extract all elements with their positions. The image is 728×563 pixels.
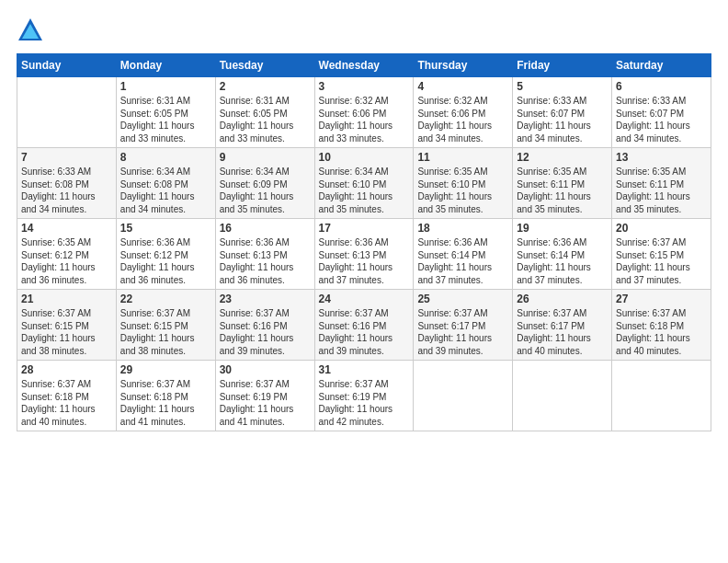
day-info: Sunrise: 6:37 AM Sunset: 6:16 PM Dayligh… — [319, 307, 410, 357]
day-cell: 31Sunrise: 6:37 AM Sunset: 6:19 PM Dayli… — [314, 361, 414, 431]
header-cell-saturday: Saturday — [612, 54, 711, 77]
day-number: 28 — [21, 363, 112, 376]
day-info: Sunrise: 6:33 AM Sunset: 6:07 PM Dayligh… — [517, 95, 608, 144]
day-cell: 19Sunrise: 6:36 AM Sunset: 6:14 PM Dayli… — [513, 219, 612, 290]
day-cell: 4Sunrise: 6:32 AM Sunset: 6:06 PM Daylig… — [414, 77, 513, 148]
day-cell: 21Sunrise: 6:37 AM Sunset: 6:15 PM Dayli… — [17, 290, 117, 361]
day-cell — [612, 361, 711, 431]
day-number: 21 — [21, 293, 112, 305]
day-info: Sunrise: 6:35 AM Sunset: 6:11 PM Dayligh… — [517, 166, 608, 215]
week-row-2: 7Sunrise: 6:33 AM Sunset: 6:08 PM Daylig… — [17, 148, 711, 219]
logo-icon — [17, 17, 44, 44]
day-cell: 5Sunrise: 6:33 AM Sunset: 6:07 PM Daylig… — [513, 77, 612, 148]
page: SundayMondayTuesdayWednesdayThursdayFrid… — [0, 0, 728, 563]
header-cell-sunday: Sunday — [17, 54, 117, 77]
day-number: 24 — [319, 293, 410, 305]
day-info: Sunrise: 6:37 AM Sunset: 6:17 PM Dayligh… — [517, 307, 608, 357]
day-info: Sunrise: 6:37 AM Sunset: 6:16 PM Dayligh… — [220, 307, 311, 357]
day-cell: 3Sunrise: 6:32 AM Sunset: 6:06 PM Daylig… — [314, 77, 414, 148]
header-cell-wednesday: Wednesday — [314, 54, 414, 77]
day-info: Sunrise: 6:37 AM Sunset: 6:18 PM Dayligh… — [616, 307, 707, 357]
day-info: Sunrise: 6:37 AM Sunset: 6:18 PM Dayligh… — [120, 378, 211, 428]
day-cell: 17Sunrise: 6:36 AM Sunset: 6:13 PM Dayli… — [314, 219, 414, 290]
day-cell: 13Sunrise: 6:35 AM Sunset: 6:11 PM Dayli… — [612, 148, 711, 219]
header — [17, 17, 711, 44]
day-number: 5 — [517, 80, 608, 93]
day-cell: 12Sunrise: 6:35 AM Sunset: 6:11 PM Dayli… — [513, 148, 612, 219]
day-info: Sunrise: 6:37 AM Sunset: 6:15 PM Dayligh… — [21, 307, 112, 357]
day-cell: 24Sunrise: 6:37 AM Sunset: 6:16 PM Dayli… — [314, 290, 414, 361]
day-info: Sunrise: 6:36 AM Sunset: 6:13 PM Dayligh… — [220, 236, 311, 286]
day-info: Sunrise: 6:33 AM Sunset: 6:08 PM Dayligh… — [21, 166, 112, 215]
day-cell: 28Sunrise: 6:37 AM Sunset: 6:18 PM Dayli… — [17, 361, 117, 431]
day-number: 31 — [319, 363, 410, 376]
day-info: Sunrise: 6:31 AM Sunset: 6:05 PM Dayligh… — [120, 95, 211, 144]
day-number: 9 — [220, 151, 311, 164]
day-cell: 14Sunrise: 6:35 AM Sunset: 6:12 PM Dayli… — [17, 219, 117, 290]
day-cell: 15Sunrise: 6:36 AM Sunset: 6:12 PM Dayli… — [116, 219, 215, 290]
week-row-4: 21Sunrise: 6:37 AM Sunset: 6:15 PM Dayli… — [17, 290, 711, 361]
day-number: 7 — [21, 151, 112, 164]
day-cell: 26Sunrise: 6:37 AM Sunset: 6:17 PM Dayli… — [513, 290, 612, 361]
day-cell: 7Sunrise: 6:33 AM Sunset: 6:08 PM Daylig… — [17, 148, 117, 219]
day-number: 27 — [616, 293, 707, 305]
day-number: 10 — [319, 151, 410, 164]
day-cell — [17, 77, 117, 148]
day-info: Sunrise: 6:37 AM Sunset: 6:19 PM Dayligh… — [319, 378, 410, 428]
header-cell-friday: Friday — [513, 54, 612, 77]
day-number: 30 — [220, 363, 311, 376]
day-cell: 6Sunrise: 6:33 AM Sunset: 6:07 PM Daylig… — [612, 77, 711, 148]
day-number: 2 — [220, 80, 311, 93]
logo — [17, 17, 48, 44]
header-cell-thursday: Thursday — [414, 54, 513, 77]
day-info: Sunrise: 6:34 AM Sunset: 6:09 PM Dayligh… — [220, 166, 311, 215]
day-cell: 23Sunrise: 6:37 AM Sunset: 6:16 PM Dayli… — [215, 290, 314, 361]
day-info: Sunrise: 6:37 AM Sunset: 6:15 PM Dayligh… — [616, 236, 707, 286]
day-info: Sunrise: 6:37 AM Sunset: 6:19 PM Dayligh… — [220, 378, 311, 428]
day-info: Sunrise: 6:35 AM Sunset: 6:12 PM Dayligh… — [21, 236, 112, 286]
day-cell: 27Sunrise: 6:37 AM Sunset: 6:18 PM Dayli… — [612, 290, 711, 361]
day-cell: 20Sunrise: 6:37 AM Sunset: 6:15 PM Dayli… — [612, 219, 711, 290]
day-cell: 16Sunrise: 6:36 AM Sunset: 6:13 PM Dayli… — [215, 219, 314, 290]
week-row-1: 1Sunrise: 6:31 AM Sunset: 6:05 PM Daylig… — [17, 77, 711, 148]
day-cell: 11Sunrise: 6:35 AM Sunset: 6:10 PM Dayli… — [414, 148, 513, 219]
day-number: 6 — [616, 80, 707, 93]
day-number: 3 — [319, 80, 410, 93]
day-info: Sunrise: 6:36 AM Sunset: 6:14 PM Dayligh… — [517, 236, 608, 286]
day-number: 1 — [120, 80, 211, 93]
day-cell: 18Sunrise: 6:36 AM Sunset: 6:14 PM Dayli… — [414, 219, 513, 290]
day-info: Sunrise: 6:35 AM Sunset: 6:11 PM Dayligh… — [616, 166, 707, 215]
calendar-header: SundayMondayTuesdayWednesdayThursdayFrid… — [17, 54, 711, 77]
day-number: 14 — [21, 222, 112, 235]
day-number: 20 — [616, 222, 707, 235]
day-cell: 29Sunrise: 6:37 AM Sunset: 6:18 PM Dayli… — [116, 361, 215, 431]
day-number: 25 — [417, 293, 508, 305]
day-info: Sunrise: 6:37 AM Sunset: 6:18 PM Dayligh… — [21, 378, 112, 428]
header-cell-monday: Monday — [116, 54, 215, 77]
day-number: 17 — [319, 222, 410, 235]
day-cell: 22Sunrise: 6:37 AM Sunset: 6:15 PM Dayli… — [116, 290, 215, 361]
week-row-5: 28Sunrise: 6:37 AM Sunset: 6:18 PM Dayli… — [17, 361, 711, 431]
day-number: 26 — [517, 293, 608, 305]
day-info: Sunrise: 6:31 AM Sunset: 6:05 PM Dayligh… — [220, 95, 311, 144]
day-cell: 30Sunrise: 6:37 AM Sunset: 6:19 PM Dayli… — [215, 361, 314, 431]
day-number: 13 — [616, 151, 707, 164]
day-info: Sunrise: 6:34 AM Sunset: 6:10 PM Dayligh… — [319, 166, 410, 215]
day-info: Sunrise: 6:36 AM Sunset: 6:14 PM Dayligh… — [417, 236, 508, 286]
day-number: 4 — [417, 80, 508, 93]
day-cell: 25Sunrise: 6:37 AM Sunset: 6:17 PM Dayli… — [414, 290, 513, 361]
day-info: Sunrise: 6:35 AM Sunset: 6:10 PM Dayligh… — [417, 166, 508, 215]
day-number: 22 — [120, 293, 211, 305]
day-info: Sunrise: 6:34 AM Sunset: 6:08 PM Dayligh… — [120, 166, 211, 215]
day-number: 23 — [220, 293, 311, 305]
day-info: Sunrise: 6:32 AM Sunset: 6:06 PM Dayligh… — [417, 95, 508, 144]
day-number: 8 — [120, 151, 211, 164]
day-number: 18 — [417, 222, 508, 235]
day-number: 15 — [120, 222, 211, 235]
day-number: 29 — [120, 363, 211, 376]
day-cell: 2Sunrise: 6:31 AM Sunset: 6:05 PM Daylig… — [215, 77, 314, 148]
day-number: 19 — [517, 222, 608, 235]
day-info: Sunrise: 6:37 AM Sunset: 6:15 PM Dayligh… — [120, 307, 211, 357]
day-cell: 9Sunrise: 6:34 AM Sunset: 6:09 PM Daylig… — [215, 148, 314, 219]
day-cell: 1Sunrise: 6:31 AM Sunset: 6:05 PM Daylig… — [116, 77, 215, 148]
